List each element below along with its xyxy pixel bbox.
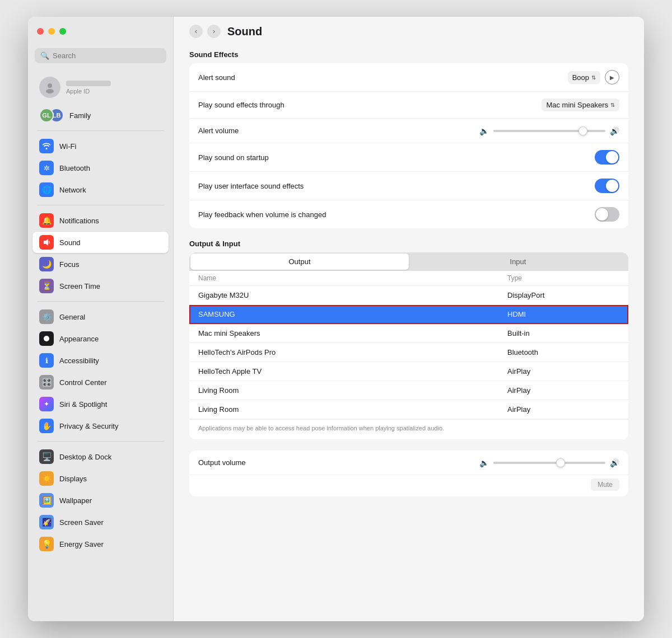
table-row-gigabyte[interactable]: Gigabyte M32U DisplayPort — [189, 286, 628, 305]
sidebar-item-general[interactable]: ⚙️ General — [32, 306, 169, 327]
sidebar-item-notifications[interactable]: 🔔 Notifications — [32, 210, 169, 231]
search-box[interactable]: 🔍 — [35, 48, 166, 63]
desktop-label: Desktop & Dock — [59, 453, 111, 461]
desktop-icon: 🖥️ — [39, 449, 54, 464]
play-feedback-toggle[interactable] — [595, 207, 619, 222]
device-name-samsung: SAMSUNG — [198, 310, 507, 318]
device-name-airpods: HelloTech's AirPods Pro — [198, 348, 507, 356]
sidebar-item-apple-id[interactable]: Apple ID — [32, 72, 169, 102]
output-volume-control: 🔈 🔊 — [409, 458, 619, 467]
divider-4 — [37, 441, 164, 442]
privacy-label: Privacy & Security — [59, 422, 118, 430]
minimize-button[interactable] — [48, 28, 55, 35]
wallpaper-icon: 🖼️ — [39, 493, 54, 508]
sidebar-item-screentime[interactable]: ⏳ Screen Time — [32, 275, 169, 297]
th-name: Name — [198, 274, 507, 282]
sidebar-item-privacy[interactable]: ✋ Privacy & Security — [32, 415, 169, 437]
device-type-gigabyte: DisplayPort — [507, 291, 619, 299]
play-startup-label: Play sound on startup — [198, 153, 595, 162]
system-preferences-window: 🔍 Apple ID GL LB — [28, 17, 644, 621]
alert-sound-select[interactable]: Boop ⇅ — [568, 71, 600, 84]
play-ui-toggle[interactable] — [595, 179, 619, 193]
table-row-livingroom1[interactable]: Living Room AirPlay — [189, 381, 628, 400]
play-startup-toggle[interactable] — [595, 150, 619, 165]
alert-volume-row: Alert volume 🔈 🔊 — [189, 119, 628, 143]
play-through-select[interactable]: Mac mini Speakers ⇅ — [542, 98, 619, 111]
screentime-label: Screen Time — [59, 282, 100, 290]
device-type-appletv: AirPlay — [507, 367, 619, 376]
device-name-gigabyte: Gigabyte M32U — [198, 291, 507, 299]
play-startup-row: Play sound on startup — [189, 143, 628, 172]
table-row-macmini[interactable]: Mac mini Speakers Built-in — [189, 324, 628, 343]
divider-1 — [37, 130, 164, 131]
table-row-livingroom2[interactable]: Living Room AirPlay — [189, 400, 628, 419]
tab-output[interactable]: Output — [190, 254, 409, 270]
accessibility-label: Accessibility — [59, 356, 99, 365]
play-through-row: Play sound effects through Mac mini Spea… — [189, 92, 628, 119]
sound-effects-title: Sound Effects — [189, 50, 628, 59]
family-avatars: GL LB — [39, 108, 64, 123]
svg-point-1 — [46, 89, 54, 93]
volume-high-icon: 🔊 — [610, 126, 619, 135]
device-type-macmini: Built-in — [507, 329, 619, 337]
tab-input[interactable]: Input — [409, 254, 627, 270]
sidebar-item-energysaver[interactable]: 💡 Energy Saver — [32, 533, 169, 555]
device-name-livingroom2: Living Room — [198, 405, 507, 414]
sidebar-item-wifi[interactable]: Wi-Fi — [32, 135, 169, 157]
sidebar-item-displays[interactable]: ☀️ Displays — [32, 468, 169, 489]
alert-sound-row: Alert sound Boop ⇅ ▶ — [189, 63, 628, 92]
table-row-appletv[interactable]: HelloTech Apple TV AirPlay — [189, 362, 628, 381]
sidebar-item-bluetooth[interactable]: ✲ Bluetooth — [32, 157, 169, 179]
sidebar-item-desktop[interactable]: 🖥️ Desktop & Dock — [32, 446, 169, 467]
sidebar-item-focus[interactable]: 🌙 Focus — [32, 254, 169, 275]
wifi-icon — [39, 139, 54, 153]
sound-label: Sound — [59, 238, 81, 247]
sound-icon — [39, 235, 54, 250]
alert-volume-slider[interactable] — [493, 130, 605, 132]
sidebar-item-wallpaper[interactable]: 🖼️ Wallpaper — [32, 490, 169, 511]
focus-icon: 🌙 — [39, 257, 54, 271]
sidebar-item-siri[interactable]: ✦ Siri & Spotlight — [32, 393, 169, 415]
sidebar-item-accessibility[interactable]: ℹ Accessibility — [32, 350, 169, 371]
energysaver-icon: 💡 — [39, 537, 54, 551]
sidebar-item-family[interactable]: GL LB Family — [32, 105, 169, 126]
mute-button[interactable]: Mute — [591, 478, 619, 491]
wallpaper-label: Wallpaper — [59, 496, 92, 505]
output-table: Name Type Gigabyte M32U DisplayPort SAMS… — [189, 271, 628, 439]
close-button[interactable] — [37, 28, 44, 35]
apple-id-label: Apple ID — [66, 88, 111, 95]
svg-point-0 — [48, 83, 52, 88]
appearance-label: Appearance — [59, 335, 99, 343]
device-type-airpods: Bluetooth — [507, 348, 619, 356]
search-input[interactable] — [53, 51, 161, 60]
alert-sound-play-button[interactable]: ▶ — [605, 70, 619, 85]
sidebar-item-screensaver[interactable]: 🌠 Screen Saver — [32, 512, 169, 533]
table-row-airpods[interactable]: HelloTech's AirPods Pro Bluetooth — [189, 343, 628, 362]
svg-marker-2 — [44, 239, 48, 246]
table-header: Name Type — [189, 271, 628, 286]
sidebar-item-sound[interactable]: Sound — [32, 232, 169, 253]
search-icon: 🔍 — [40, 51, 49, 60]
output-volume-slider[interactable] — [493, 462, 605, 464]
back-button[interactable]: ‹ — [189, 25, 203, 38]
device-type-livingroom1: AirPlay — [507, 386, 619, 395]
alert-volume-control: 🔈 🔊 — [409, 126, 619, 135]
sidebar-item-controlcenter[interactable]: 🎛️ Control Center — [32, 372, 169, 393]
table-row-samsung[interactable]: SAMSUNG HDMI — [189, 305, 628, 324]
forward-button[interactable]: › — [207, 25, 221, 38]
sidebar-item-network[interactable]: 🌐 Network — [32, 179, 169, 200]
content-area: Sound Effects Alert sound Boop ⇅ ▶ Play — [174, 46, 644, 512]
main-content: ‹ › Sound Sound Effects Alert sound Boop… — [174, 17, 644, 621]
maximize-button[interactable] — [59, 28, 66, 35]
play-through-control: Mac mini Speakers ⇅ — [542, 98, 619, 111]
device-type-livingroom2: AirPlay — [507, 405, 619, 414]
network-label: Network — [59, 186, 86, 194]
screensaver-icon: 🌠 — [39, 515, 54, 529]
bluetooth-label: Bluetooth — [59, 164, 90, 172]
avatar — [39, 77, 60, 98]
sidebar-item-appearance[interactable]: Appearance — [32, 328, 169, 349]
mute-row: Mute — [189, 475, 628, 496]
focus-label: Focus — [59, 260, 79, 269]
alert-sound-value: Boop — [572, 73, 589, 82]
volume-low-icon: 🔈 — [479, 126, 489, 135]
